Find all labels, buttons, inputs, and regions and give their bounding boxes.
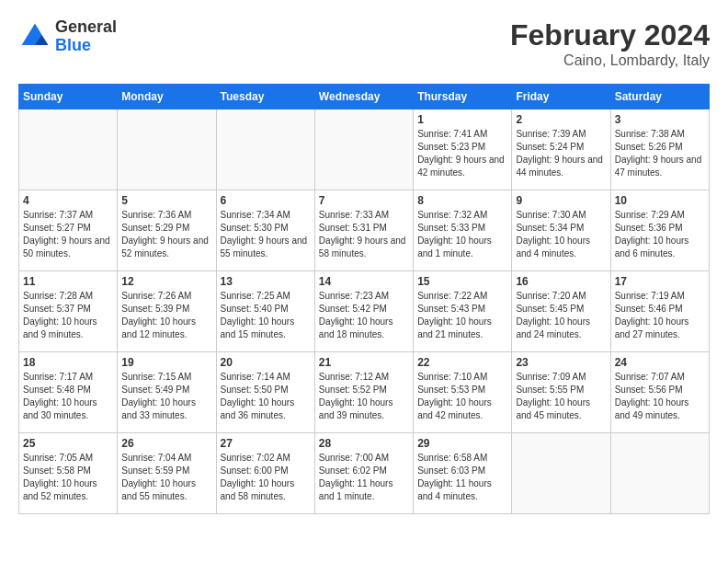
day-number: 10 xyxy=(615,194,705,207)
day-info: Sunrise: 7:32 AMSunset: 5:33 PMDaylight:… xyxy=(417,209,507,260)
day-number: 29 xyxy=(417,437,507,450)
day-info: Sunrise: 7:22 AMSunset: 5:43 PMDaylight:… xyxy=(417,290,507,341)
day-of-week-header: Tuesday xyxy=(216,85,314,109)
calendar-cell: 10Sunrise: 7:29 AMSunset: 5:36 PMDayligh… xyxy=(610,190,709,271)
calendar-cell: 5Sunrise: 7:36 AMSunset: 5:29 PMDaylight… xyxy=(118,190,216,271)
day-of-week-header: Wednesday xyxy=(314,85,413,109)
calendar-week-row: 4Sunrise: 7:37 AMSunset: 5:27 PMDaylight… xyxy=(19,190,710,271)
day-number: 13 xyxy=(221,275,311,288)
day-number: 6 xyxy=(221,194,311,207)
day-number: 2 xyxy=(516,113,606,126)
day-info: Sunrise: 7:39 AMSunset: 5:24 PMDaylight:… xyxy=(516,128,606,179)
day-info: Sunrise: 7:04 AMSunset: 5:59 PMDaylight:… xyxy=(121,452,211,503)
day-number: 23 xyxy=(516,356,606,369)
calendar-cell: 1Sunrise: 7:41 AMSunset: 5:23 PMDaylight… xyxy=(414,109,512,190)
calendar-cell: 23Sunrise: 7:09 AMSunset: 5:55 PMDayligh… xyxy=(512,352,610,433)
day-number: 5 xyxy=(121,194,211,207)
day-number: 25 xyxy=(23,437,113,450)
calendar-header-row: SundayMondayTuesdayWednesdayThursdayFrid… xyxy=(19,85,710,109)
subtitle: Caino, Lombardy, Italy xyxy=(510,52,710,69)
calendar-week-row: 1Sunrise: 7:41 AMSunset: 5:23 PMDaylight… xyxy=(19,109,710,190)
day-info: Sunrise: 7:26 AMSunset: 5:39 PMDaylight:… xyxy=(121,290,211,341)
day-info: Sunrise: 7:41 AMSunset: 5:23 PMDaylight:… xyxy=(417,128,507,179)
day-of-week-header: Sunday xyxy=(19,85,118,109)
day-number: 15 xyxy=(417,275,507,288)
calendar-cell: 20Sunrise: 7:14 AMSunset: 5:50 PMDayligh… xyxy=(216,352,314,433)
main-title: February 2024 xyxy=(510,18,710,52)
day-number: 16 xyxy=(516,275,606,288)
day-info: Sunrise: 7:14 AMSunset: 5:50 PMDaylight:… xyxy=(221,371,311,422)
calendar-cell xyxy=(314,109,413,190)
day-number: 19 xyxy=(121,356,211,369)
calendar-cell: 18Sunrise: 7:17 AMSunset: 5:48 PMDayligh… xyxy=(19,352,118,433)
day-info: Sunrise: 7:28 AMSunset: 5:37 PMDaylight:… xyxy=(23,290,113,341)
calendar-cell: 9Sunrise: 7:30 AMSunset: 5:34 PMDaylight… xyxy=(512,190,610,271)
calendar-cell: 17Sunrise: 7:19 AMSunset: 5:46 PMDayligh… xyxy=(610,271,709,352)
day-of-week-header: Monday xyxy=(118,85,216,109)
day-info: Sunrise: 7:00 AMSunset: 6:02 PMDaylight:… xyxy=(319,452,409,503)
calendar-cell: 29Sunrise: 6:58 AMSunset: 6:03 PMDayligh… xyxy=(414,433,512,514)
page-header: General Blue February 2024 Caino, Lombar… xyxy=(18,18,710,69)
day-number: 17 xyxy=(615,275,705,288)
calendar-cell: 16Sunrise: 7:20 AMSunset: 5:45 PMDayligh… xyxy=(512,271,610,352)
calendar-cell: 4Sunrise: 7:37 AMSunset: 5:27 PMDaylight… xyxy=(19,190,118,271)
day-info: Sunrise: 7:23 AMSunset: 5:42 PMDaylight:… xyxy=(319,290,409,341)
calendar-cell xyxy=(512,433,610,514)
calendar-cell: 24Sunrise: 7:07 AMSunset: 5:56 PMDayligh… xyxy=(610,352,709,433)
calendar-cell: 3Sunrise: 7:38 AMSunset: 5:26 PMDaylight… xyxy=(610,109,709,190)
day-info: Sunrise: 7:38 AMSunset: 5:26 PMDaylight:… xyxy=(615,128,705,179)
day-info: Sunrise: 7:02 AMSunset: 6:00 PMDaylight:… xyxy=(221,452,311,503)
day-info: Sunrise: 7:37 AMSunset: 5:27 PMDaylight:… xyxy=(23,209,113,260)
day-info: Sunrise: 7:10 AMSunset: 5:53 PMDaylight:… xyxy=(417,371,507,422)
day-info: Sunrise: 7:30 AMSunset: 5:34 PMDaylight:… xyxy=(516,209,606,260)
day-number: 9 xyxy=(516,194,606,207)
title-block: February 2024 Caino, Lombardy, Italy xyxy=(510,18,710,69)
day-number: 20 xyxy=(221,356,311,369)
day-info: Sunrise: 7:12 AMSunset: 5:52 PMDaylight:… xyxy=(319,371,409,422)
logo: General Blue xyxy=(18,18,117,55)
calendar-cell: 2Sunrise: 7:39 AMSunset: 5:24 PMDaylight… xyxy=(512,109,610,190)
day-info: Sunrise: 7:33 AMSunset: 5:31 PMDaylight:… xyxy=(319,209,409,260)
calendar-cell: 14Sunrise: 7:23 AMSunset: 5:42 PMDayligh… xyxy=(314,271,413,352)
calendar-cell: 21Sunrise: 7:12 AMSunset: 5:52 PMDayligh… xyxy=(314,352,413,433)
day-number: 1 xyxy=(417,113,507,126)
calendar-cell xyxy=(118,109,216,190)
day-number: 27 xyxy=(221,437,311,450)
calendar-cell: 12Sunrise: 7:26 AMSunset: 5:39 PMDayligh… xyxy=(118,271,216,352)
day-info: Sunrise: 7:25 AMSunset: 5:40 PMDaylight:… xyxy=(221,290,311,341)
day-number: 21 xyxy=(319,356,409,369)
day-number: 11 xyxy=(23,275,113,288)
calendar-cell: 25Sunrise: 7:05 AMSunset: 5:58 PMDayligh… xyxy=(19,433,118,514)
calendar-cell: 7Sunrise: 7:33 AMSunset: 5:31 PMDaylight… xyxy=(314,190,413,271)
day-info: Sunrise: 7:19 AMSunset: 5:46 PMDaylight:… xyxy=(615,290,705,341)
day-number: 8 xyxy=(417,194,507,207)
day-info: Sunrise: 7:34 AMSunset: 5:30 PMDaylight:… xyxy=(221,209,311,260)
calendar-table: SundayMondayTuesdayWednesdayThursdayFrid… xyxy=(18,84,710,514)
logo-icon xyxy=(18,20,51,53)
calendar-cell: 13Sunrise: 7:25 AMSunset: 5:40 PMDayligh… xyxy=(216,271,314,352)
day-info: Sunrise: 7:36 AMSunset: 5:29 PMDaylight:… xyxy=(121,209,211,260)
day-number: 4 xyxy=(23,194,113,207)
day-of-week-header: Saturday xyxy=(610,85,709,109)
day-number: 22 xyxy=(417,356,507,369)
calendar-cell: 11Sunrise: 7:28 AMSunset: 5:37 PMDayligh… xyxy=(19,271,118,352)
day-number: 18 xyxy=(23,356,113,369)
day-number: 7 xyxy=(319,194,409,207)
calendar-cell: 28Sunrise: 7:00 AMSunset: 6:02 PMDayligh… xyxy=(314,433,413,514)
calendar-cell: 27Sunrise: 7:02 AMSunset: 6:00 PMDayligh… xyxy=(216,433,314,514)
calendar-cell: 26Sunrise: 7:04 AMSunset: 5:59 PMDayligh… xyxy=(118,433,216,514)
calendar-cell xyxy=(610,433,709,514)
day-number: 28 xyxy=(319,437,409,450)
day-number: 26 xyxy=(121,437,211,450)
day-number: 12 xyxy=(121,275,211,288)
calendar-cell xyxy=(216,109,314,190)
day-info: Sunrise: 7:07 AMSunset: 5:56 PMDaylight:… xyxy=(615,371,705,422)
day-number: 14 xyxy=(319,275,409,288)
calendar-week-row: 11Sunrise: 7:28 AMSunset: 5:37 PMDayligh… xyxy=(19,271,710,352)
day-number: 3 xyxy=(615,113,705,126)
day-info: Sunrise: 7:15 AMSunset: 5:49 PMDaylight:… xyxy=(121,371,211,422)
calendar-week-row: 18Sunrise: 7:17 AMSunset: 5:48 PMDayligh… xyxy=(19,352,710,433)
logo-text: General Blue xyxy=(55,18,117,55)
day-info: Sunrise: 7:17 AMSunset: 5:48 PMDaylight:… xyxy=(23,371,113,422)
day-info: Sunrise: 7:05 AMSunset: 5:58 PMDaylight:… xyxy=(23,452,113,503)
